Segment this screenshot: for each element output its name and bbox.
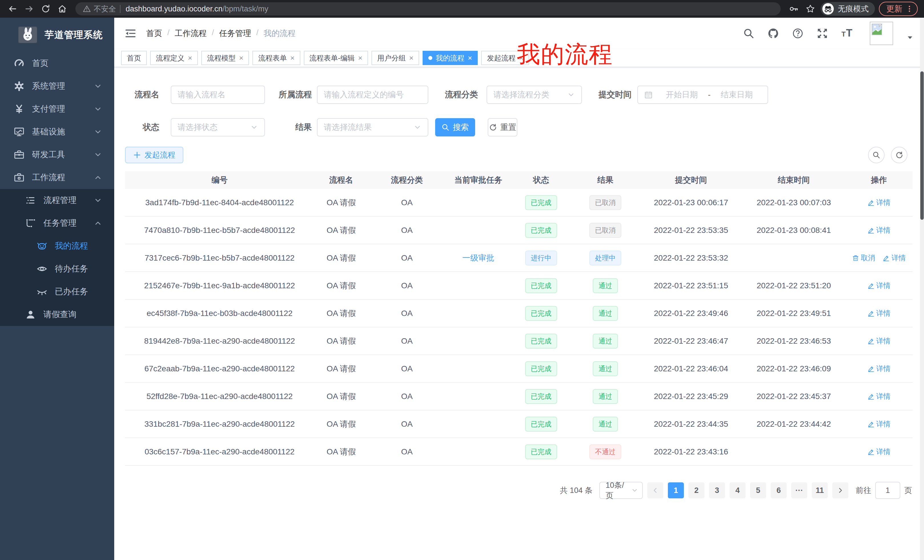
tab-home[interactable]: 首页 <box>121 51 147 65</box>
tab-process-model[interactable]: 流程模型× <box>201 51 249 65</box>
sidebar-item-dev-tools[interactable]: 研发工具 <box>0 143 114 166</box>
action-label: 详情 <box>891 253 906 263</box>
page-ellipsis-button[interactable]: ··· <box>791 482 807 499</box>
close-icon[interactable]: × <box>358 54 362 61</box>
page-button-3[interactable]: 3 <box>709 482 725 499</box>
sidebar-item-task-mgmt[interactable]: 任务管理 <box>0 212 114 235</box>
process-definition-field[interactable] <box>317 85 428 104</box>
end-time-cell: 2022-01-22 23:49:51 <box>742 309 845 318</box>
detail-action-link[interactable]: 详情 <box>867 364 891 373</box>
page-button-1[interactable]: 1 <box>668 482 684 499</box>
close-icon[interactable]: × <box>409 54 414 61</box>
close-icon[interactable]: × <box>188 54 192 61</box>
status-cell: 已完成 <box>511 278 571 293</box>
sidebar-item-label: 我的流程 <box>55 240 88 252</box>
close-icon[interactable]: × <box>290 54 294 61</box>
detail-action-link[interactable]: 详情 <box>883 253 906 263</box>
page-button-2[interactable]: 2 <box>688 482 704 499</box>
sidebar-item-done-tasks[interactable]: 已办任务 <box>0 280 114 303</box>
next-page-button[interactable] <box>832 482 848 499</box>
help-icon[interactable] <box>792 28 804 39</box>
detail-action-link[interactable]: 详情 <box>867 226 891 235</box>
password-key-button[interactable] <box>788 3 800 15</box>
refresh-table-button[interactable] <box>891 147 908 163</box>
process-category-cell: OA <box>368 226 446 235</box>
process-category-cell: OA <box>368 447 446 457</box>
fullscreen-icon[interactable] <box>817 28 828 39</box>
current-task-link[interactable]: 一级审批 <box>462 253 494 262</box>
detail-action-link[interactable]: 详情 <box>867 419 891 429</box>
status-cell: 已完成 <box>511 306 571 321</box>
sidebar-item-workflow[interactable]: 工作流程 <box>0 166 114 189</box>
sidebar-item-my-process[interactable]: 我的流程 <box>0 235 114 258</box>
detail-action-link[interactable]: 详情 <box>867 198 891 207</box>
submit-time-cell: 2022-01-22 23:53:35 <box>640 226 742 235</box>
sidebar-item-todo-tasks[interactable]: 待办任务 <box>0 258 114 280</box>
chevron-down-icon <box>94 105 102 113</box>
total-count: 共 104 条 <box>560 485 592 496</box>
sidebar-item-infrastructure[interactable]: 基础设施 <box>0 120 114 143</box>
detail-action-link[interactable]: 详情 <box>867 447 891 457</box>
search-button[interactable]: 搜索 <box>435 118 475 136</box>
page-button-6[interactable]: 6 <box>771 482 787 499</box>
page-content: 流程名 所属流程 流程分类 请选择流程分类 提交时间 开始日期 - <box>114 85 924 499</box>
chevron-down-icon <box>414 123 422 131</box>
font-size-icon[interactable]: TT <box>841 28 855 39</box>
browser-forward-button[interactable] <box>23 3 35 15</box>
breadcrumb-item[interactable]: 首页 <box>146 28 162 39</box>
tab-process-form-edit[interactable]: 流程表单-编辑× <box>304 51 368 65</box>
start-process-button[interactable]: 发起流程 <box>125 147 183 163</box>
search-icon[interactable] <box>743 28 754 39</box>
submit-time-range-picker[interactable]: 开始日期 - 结束日期 <box>638 85 768 104</box>
sidebar-item-payment[interactable]: 支付管理 <box>0 97 114 120</box>
tab-process-form[interactable]: 流程表单× <box>252 51 300 65</box>
detail-action-link[interactable]: 详情 <box>867 392 891 401</box>
process-name-field[interactable] <box>171 85 265 104</box>
page-button-4[interactable]: 4 <box>729 482 746 499</box>
result-select[interactable]: 请选择流结果 <box>317 118 428 136</box>
process-definition-input[interactable] <box>324 90 422 99</box>
page-button-5[interactable]: 5 <box>750 482 766 499</box>
reset-button[interactable]: 重置 <box>488 118 518 136</box>
sidebar-item-leave-query[interactable]: 请假查询 <box>0 303 114 326</box>
github-icon[interactable] <box>768 28 779 39</box>
detail-action-link[interactable]: 详情 <box>867 308 891 318</box>
goto-label: 前往 <box>856 485 871 496</box>
show-search-button[interactable] <box>868 147 885 163</box>
app-logo-row[interactable]: 芋道管理系统 <box>0 18 114 52</box>
cancel-action-link[interactable]: 取消 <box>852 253 875 263</box>
process-name-input[interactable] <box>178 90 258 99</box>
breadcrumb-item[interactable]: 工作流程 <box>175 28 207 39</box>
process-category-select[interactable]: 请选择流程分类 <box>486 85 582 104</box>
detail-action-link[interactable]: 详情 <box>867 336 891 346</box>
avatar[interactable] <box>870 22 893 45</box>
chevron-down-icon[interactable] <box>906 34 914 41</box>
scrollbar-thumb[interactable] <box>920 71 924 220</box>
security-label: 不安全 <box>94 4 116 14</box>
sidebar-item-process-mgmt[interactable]: 流程管理 <box>0 189 114 212</box>
browser-back-button[interactable] <box>6 3 19 15</box>
tab-process-definition[interactable]: 流程定义× <box>150 51 198 65</box>
tab-my-process[interactable]: 我的流程× <box>423 51 478 65</box>
breadcrumb-item[interactable]: 任务管理 <box>219 28 251 39</box>
edit-icon <box>867 310 874 317</box>
goto-page-input[interactable] <box>875 482 900 499</box>
close-icon[interactable]: × <box>239 54 243 61</box>
status-badge: 已完成 <box>525 389 557 404</box>
browser-reload-button[interactable] <box>39 3 52 15</box>
sidebar-item-system[interactable]: 系统管理 <box>0 75 114 97</box>
prev-page-button[interactable] <box>647 482 663 499</box>
sidebar-item-home[interactable]: 首页 <box>0 52 114 75</box>
detail-action-link[interactable]: 详情 <box>867 281 891 290</box>
process-name-cell: OA 请假 <box>314 280 368 291</box>
browser-update-button[interactable]: 更新 <box>879 2 918 16</box>
bookmark-star-button[interactable] <box>804 3 817 15</box>
close-icon[interactable]: × <box>468 54 472 61</box>
status-select[interactable]: 请选择状态 <box>171 118 265 136</box>
page-size-select[interactable]: 10条/页 <box>599 482 643 499</box>
tab-user-group[interactable]: 用户分组× <box>372 51 419 65</box>
browser-home-button[interactable] <box>56 3 69 15</box>
sidebar-fold-icon[interactable] <box>124 27 136 39</box>
address-bar[interactable]: 不安全 dashboard.yudao.iocoder.cn /bpm/task… <box>75 2 781 15</box>
page-button-11[interactable]: 11 <box>812 482 828 499</box>
